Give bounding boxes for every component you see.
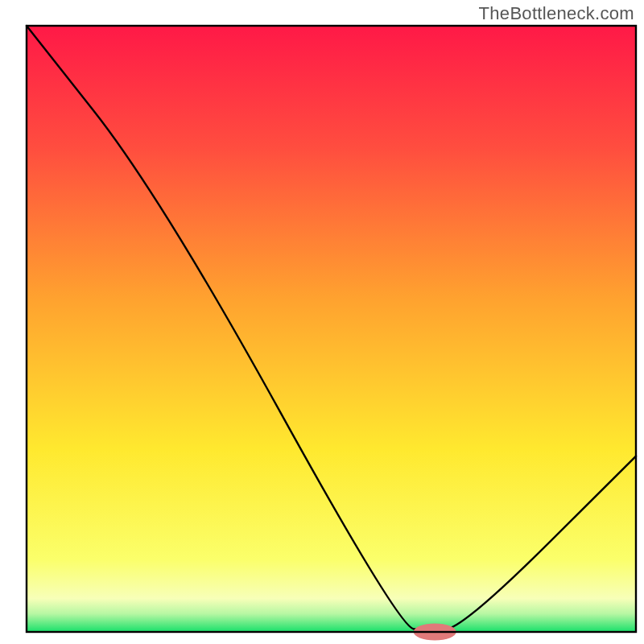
gradient-fill bbox=[27, 26, 636, 632]
bottleneck-chart bbox=[0, 0, 644, 644]
plot-area bbox=[27, 26, 636, 641]
chart-container: TheBottleneck.com bbox=[0, 0, 644, 644]
